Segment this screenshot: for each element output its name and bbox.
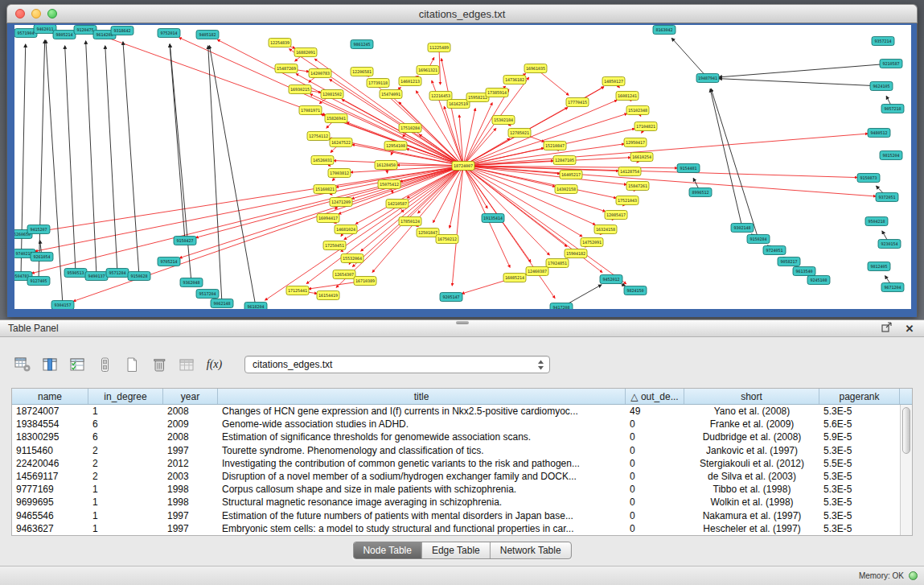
graph-edge[interactable] — [441, 59, 463, 166]
graph-node[interactable]: 12954108 — [384, 142, 407, 150]
graph-node[interactable]: 9127405 — [27, 277, 50, 286]
graph-node[interactable]: 16610254 — [630, 153, 653, 162]
tab-edge-table[interactable]: Edge Table — [422, 542, 491, 558]
row-height-button[interactable] — [93, 354, 117, 376]
graph-node[interactable]: 17024851 — [546, 259, 569, 268]
graph-node[interactable]: 9261054 — [31, 253, 53, 262]
close-panel-button[interactable]: ✕ — [901, 321, 918, 336]
graph-node[interactable]: 12847105 — [553, 156, 576, 165]
graph-node[interactable]: 9357214 — [872, 37, 894, 46]
column-header[interactable]: in_degree — [88, 389, 163, 404]
graph-node[interactable]: 15904182 — [565, 249, 587, 258]
graph-edge[interactable] — [463, 103, 492, 166]
column-header[interactable]: pagerank — [819, 389, 900, 404]
graph-node[interactable]: 9150873 — [857, 174, 880, 183]
graph-edge[interactable] — [719, 79, 881, 86]
graph-edge[interactable] — [463, 166, 857, 178]
graph-node[interactable]: 15532064 — [341, 254, 363, 263]
edit-table-button[interactable] — [66, 354, 89, 376]
graph-node[interactable]: 9504218 — [865, 217, 888, 226]
graph-node[interactable]: 17125441 — [286, 286, 309, 295]
graph-node[interactable]: 9210587 — [880, 60, 902, 68]
table-row[interactable]: 977716911998Corpus callosum shape and si… — [12, 483, 900, 496]
graph-node[interactable]: 14302158 — [555, 185, 577, 194]
graph-node[interactable]: 9150427 — [174, 237, 196, 245]
graph-edge[interactable] — [65, 46, 76, 273]
graph-node[interactable]: 14601213 — [399, 77, 421, 86]
graph-node[interactable]: 15210847 — [544, 142, 566, 150]
table-row[interactable]: 946362711997Embryonic stem cells: a mode… — [12, 522, 900, 535]
column-header[interactable]: △ out_de... — [626, 389, 684, 404]
column-header[interactable]: name — [12, 389, 88, 404]
graph-node[interactable]: 12471209 — [330, 198, 352, 207]
graph-node[interactable]: 12085417 — [605, 211, 627, 220]
graph-node[interactable]: 9415207 — [27, 225, 50, 234]
graph-node[interactable]: 9362048 — [180, 278, 203, 287]
new-column-button[interactable] — [121, 354, 144, 376]
graph-node[interactable]: 9452012 — [600, 275, 622, 284]
graph-node[interactable]: 9812405 — [868, 262, 890, 271]
graph-node[interactable]: 14850127 — [602, 77, 625, 86]
graph-node[interactable]: 12754112 — [307, 132, 330, 141]
graph-node[interactable]: 9752014 — [158, 29, 180, 38]
graph-edge[interactable] — [39, 40, 45, 281]
column-header[interactable]: year — [163, 389, 218, 404]
graph-edge[interactable] — [463, 100, 617, 166]
graph-node[interactable]: 16247522 — [330, 138, 352, 147]
graph-node[interactable]: 14128754 — [618, 167, 641, 176]
graph-edge[interactable] — [711, 89, 758, 239]
table-row[interactable]: 1456911722003Disruption of a novel membe… — [12, 470, 900, 483]
graph-node[interactable]: 9590513 — [64, 269, 87, 278]
table-row[interactable]: 2242004622012Investigating the contribut… — [12, 457, 900, 470]
graph-node[interactable]: 9230154 — [878, 240, 901, 249]
graph-node[interactable]: 9490137 — [85, 272, 108, 281]
graph-node[interactable]: 17510284 — [399, 124, 421, 133]
graph-node[interactable]: 17770415 — [566, 98, 589, 107]
graph-node[interactable]: 15102348 — [626, 106, 649, 115]
graph-node[interactable]: 16324158 — [594, 225, 617, 234]
graph-node[interactable]: 14752091 — [581, 238, 603, 247]
graph-node[interactable]: 9624105 — [870, 82, 893, 91]
scrollbar-thumb[interactable] — [902, 407, 910, 454]
network-canvas[interactable]: 1872400712254839168820911548726914200783… — [14, 25, 911, 309]
graph-node[interactable]: 16094417 — [317, 214, 339, 223]
graph-node[interactable]: 14526031 — [311, 156, 334, 165]
graph-node[interactable]: 17104821 — [634, 122, 657, 131]
graph-node[interactable]: 14736182 — [503, 76, 526, 84]
graph-node[interactable]: 9318642 — [111, 27, 133, 35]
graph-edge[interactable] — [179, 38, 463, 166]
graph-node[interactable]: 9372051 — [876, 193, 898, 202]
graph-edge[interactable] — [671, 38, 708, 78]
graph-node[interactable]: 9058217 — [778, 257, 800, 266]
graph-node[interactable]: 12081502 — [321, 90, 343, 99]
graph-edge[interactable] — [463, 166, 606, 212]
graph-edge[interactable] — [459, 115, 463, 166]
graph-node[interactable]: 9417208 — [550, 303, 573, 310]
graph-node[interactable]: 9613540 — [793, 267, 815, 276]
graph-edge[interactable] — [209, 46, 256, 307]
graph-node[interactable]: 9671204 — [881, 283, 904, 292]
import-table-button[interactable] — [175, 354, 199, 376]
table-row[interactable]: 1938455462009Genome-wide association stu… — [12, 418, 900, 431]
graph-node[interactable]: 19135414 — [482, 214, 504, 223]
graph-edge[interactable] — [463, 166, 549, 255]
graph-node[interactable]: 9618204 — [244, 303, 267, 310]
graph-node[interactable]: 16750212 — [436, 235, 458, 244]
graph-node[interactable]: 15847261 — [626, 182, 649, 191]
graph-node[interactable]: 15474091 — [380, 90, 402, 99]
graph-node[interactable]: 16405217 — [560, 171, 582, 179]
graph-node[interactable]: 15160821 — [314, 185, 336, 194]
network-window-titlebar[interactable]: citations_edges.txt — [6, 4, 918, 23]
graph-edge[interactable] — [179, 166, 463, 258]
graph-edge[interactable] — [310, 94, 463, 166]
graph-edge[interactable] — [710, 89, 742, 228]
graph-node[interactable]: 8163042 — [653, 26, 676, 35]
graph-node[interactable]: 9805214 — [53, 31, 76, 39]
graph-node[interactable]: 16085214 — [503, 274, 526, 282]
graph-node[interactable]: 19487941 — [696, 74, 719, 83]
table-row[interactable]: 1830029562008Estimation of significance … — [12, 431, 900, 443]
split-divider-grip[interactable] — [456, 321, 469, 324]
graph-node[interactable]: 17521043 — [616, 196, 639, 205]
column-header[interactable]: title — [218, 389, 626, 404]
graph-node[interactable]: 15487269 — [275, 64, 298, 73]
